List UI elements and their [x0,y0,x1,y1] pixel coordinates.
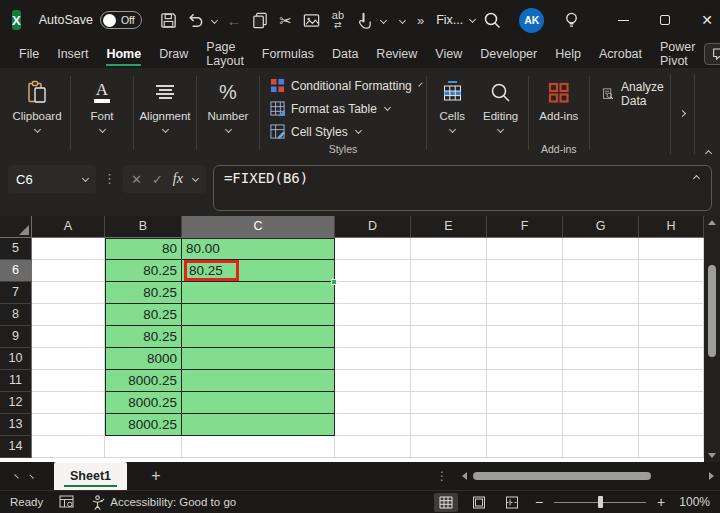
cell-B11[interactable]: 8000.25 [105,370,182,392]
cell-A9[interactable] [32,326,105,348]
cell-C9[interactable] [182,326,335,348]
cell-C7[interactable] [182,282,335,304]
ribbon-group-font[interactable]: AFont [73,68,131,160]
select-all-corner[interactable] [0,216,32,238]
row-header-9[interactable]: 9 [0,326,32,348]
comments-button[interactable] [704,43,720,65]
undo-dropdown-icon[interactable] [211,16,218,23]
cell-F8[interactable] [487,304,563,326]
scroll-right-icon[interactable] [709,472,714,480]
cell-C6[interactable]: 80.25 [182,260,335,282]
name-box[interactable]: C6 [8,165,96,193]
expand-formula-bar-icon[interactable] [693,175,700,182]
cell-A7[interactable] [32,282,105,304]
cell-F5[interactable] [487,238,563,260]
cell-G11[interactable] [563,370,639,392]
normal-view-button[interactable] [434,493,458,512]
cell-B14[interactable] [105,436,182,458]
ribbon-group-number[interactable]: %Number [199,68,257,160]
horizontal-scrollbar[interactable] [462,469,714,483]
menu-developer[interactable]: Developer [471,40,546,68]
col-header-B[interactable]: B [105,216,182,238]
cell-E9[interactable] [411,326,487,348]
cell-A14[interactable] [32,436,105,458]
sheet-tab-sheet1[interactable]: Sheet1 [54,462,127,490]
cell-E5[interactable] [411,238,487,260]
cell-F6[interactable] [487,260,563,282]
menu-acrobat[interactable]: Acrobat [590,40,651,68]
cell-G13[interactable] [563,414,639,436]
page-layout-view-button[interactable] [467,493,491,512]
cell-B8[interactable]: 80.25 [105,304,182,326]
cell-G14[interactable] [563,436,639,458]
row-header-10[interactable]: 10 [0,348,32,370]
col-header-H[interactable]: H [639,216,704,238]
row-header-5[interactable]: 5 [0,238,32,260]
cell-E11[interactable] [411,370,487,392]
editing-group-button[interactable]: Editing [475,68,525,160]
autosave-control[interactable]: AutoSave Off [39,11,142,29]
cell-H9[interactable] [639,326,704,348]
menu-help[interactable]: Help [546,40,590,68]
save-icon[interactable] [156,6,182,34]
cell-H8[interactable] [639,304,704,326]
horizontal-scroll-thumb[interactable] [473,472,651,480]
analyze-data-button[interactable]: Analyze Data [602,80,670,108]
col-header-E[interactable]: E [411,216,487,238]
cell-D10[interactable] [335,348,411,370]
row-header-7[interactable]: 7 [0,282,32,304]
cell-D9[interactable] [335,326,411,348]
cell-A8[interactable] [32,304,105,326]
menu-page-layout[interactable]: Page Layout [197,40,253,68]
cell-A12[interactable] [32,392,105,414]
col-header-D[interactable]: D [335,216,411,238]
cell-H7[interactable] [639,282,704,304]
name-box-dropdown-icon[interactable] [82,174,89,181]
cell-H13[interactable] [639,414,704,436]
cell-F12[interactable] [487,392,563,414]
cell-H12[interactable] [639,392,704,414]
cell-F7[interactable] [487,282,563,304]
row-header-13[interactable]: 13 [0,414,32,436]
cell-D6[interactable] [335,260,411,282]
cell-G9[interactable] [563,326,639,348]
cell-A11[interactable] [32,370,105,392]
vertical-scroll-thumb[interactable] [708,265,716,357]
cell-F10[interactable] [487,348,563,370]
cell-H14[interactable] [639,436,704,458]
touch-icon[interactable] [351,6,377,34]
cell-G10[interactable] [563,348,639,370]
fill-handle[interactable] [331,279,337,285]
conditional-formatting-button[interactable]: Conditional Formatting [270,74,420,97]
horizontal-scroll-track[interactable] [471,471,705,481]
row-header-8[interactable]: 8 [0,304,32,326]
row-header-6[interactable]: 6 [0,260,32,282]
cell-C12[interactable] [182,392,335,414]
menu-formulas[interactable]: Formulas [253,40,323,68]
accessibility-status[interactable]: Accessibility: Good to go [91,495,236,510]
col-header-G[interactable]: G [563,216,639,238]
cell-H10[interactable] [639,348,704,370]
prev-sheet-icon[interactable] [14,474,18,478]
zoom-level[interactable]: 100% [676,495,710,509]
cell-D11[interactable] [335,370,411,392]
cell-styles-button[interactable]: Cell Styles [270,120,420,143]
cell-E12[interactable] [411,392,487,414]
cell-A13[interactable] [32,414,105,436]
document-title[interactable]: Fix... [436,13,475,27]
zoom-slider-thumb[interactable] [598,496,603,508]
add-sheet-button[interactable]: + [141,467,171,485]
cell-D5[interactable] [335,238,411,260]
maximize-button[interactable] [644,0,686,40]
macro-record-icon[interactable] [59,495,75,509]
ribbon-more-button[interactable] [670,74,695,154]
menu-home[interactable]: Home [97,40,150,68]
format-as-table-button[interactable]: Format as Table [270,97,420,120]
cell-E8[interactable] [411,304,487,326]
cell-D12[interactable] [335,392,411,414]
cell-C8[interactable] [182,304,335,326]
cell-G5[interactable] [563,238,639,260]
cell-E13[interactable] [411,414,487,436]
cell-B12[interactable]: 8000.25 [105,392,182,414]
cell-F14[interactable] [487,436,563,458]
